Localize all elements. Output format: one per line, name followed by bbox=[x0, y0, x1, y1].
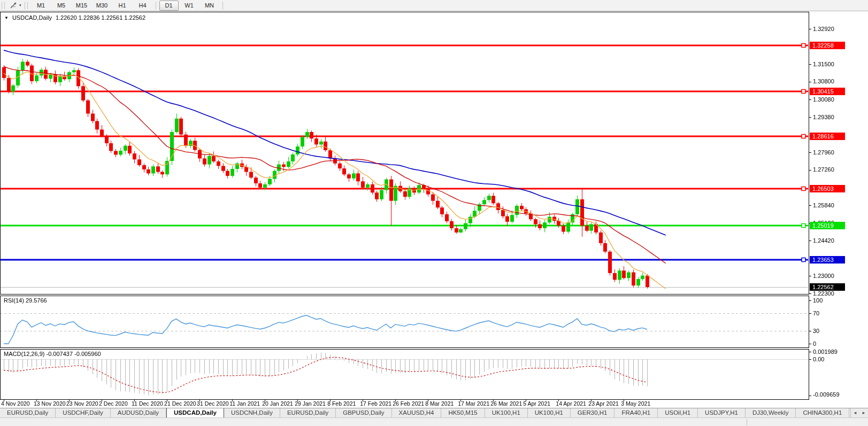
price-tick-label: 1.27960 bbox=[813, 149, 834, 156]
tab-scroll-left-button[interactable]: ◂ bbox=[851, 408, 859, 417]
timeframe-button-mn[interactable]: MN bbox=[200, 1, 219, 11]
price-level-label[interactable]: 1.23653 bbox=[810, 256, 845, 264]
toolbar-grip[interactable] bbox=[2, 2, 5, 9]
timeframe-button-d1[interactable]: D1 bbox=[159, 1, 179, 11]
chart-tab-bar: EURUSD,DailyUSDCHF,DailyAUDUSD,DailyUSDC… bbox=[0, 408, 868, 417]
date-tick-label: 29 Jan 2021 bbox=[295, 400, 326, 407]
chart-tab-uk100-h1[interactable]: UK100,H1 bbox=[485, 408, 528, 417]
chart-tab-eurusd-daily[interactable]: EURUSD,Daily bbox=[0, 408, 56, 417]
chart-tab-uk100-h1[interactable]: UK100,H1 bbox=[528, 408, 571, 417]
price-level-label[interactable]: 1.28616 bbox=[810, 133, 845, 140]
chart-tab-usdcad-daily[interactable]: USDCAD,Daily bbox=[166, 408, 224, 417]
chart-tab-china300-h1[interactable]: CHINA300,H1 bbox=[796, 408, 849, 417]
price-tick-label: 1.32920 bbox=[813, 26, 834, 33]
macd-scale-label: 0.001989 bbox=[813, 348, 838, 355]
timeframe-button-group: M1M5M15M30H1H4D1W1MN bbox=[31, 1, 220, 11]
chart-tab-strip: EURUSD,DailyUSDCHF,DailyAUDUSD,DailyUSDC… bbox=[0, 408, 850, 417]
price-tick-label: 1.22300 bbox=[813, 290, 834, 297]
date-tick-label: 8 Feb 2021 bbox=[327, 400, 356, 407]
toolbar: ▾ M1M5M15M30H1H4D1W1MN bbox=[0, 0, 868, 11]
timeframe-button-w1[interactable]: W1 bbox=[180, 1, 199, 11]
tab-scroll-arrows: ◂ ▸ bbox=[850, 408, 868, 417]
timeframe-button-m15[interactable]: M15 bbox=[72, 1, 91, 11]
macd-indicator-label: MACD(12,26,9) -0.007437 -0.005960 bbox=[4, 351, 101, 357]
date-tick-label: 13 Nov 2020 bbox=[34, 400, 66, 407]
rsi-scale-label: 70 bbox=[813, 310, 819, 316]
chart-tab-usdcnh-daily[interactable]: USDCNH,Daily bbox=[224, 408, 280, 417]
price-level-label[interactable]: 1.32258 bbox=[810, 42, 845, 49]
chart-window-title: ▼ USDCAD,Daily 1.22620 1.22836 1.22561 1… bbox=[4, 14, 145, 21]
chart-tab-gbpusd-daily[interactable]: GBPUSD,Daily bbox=[336, 408, 391, 417]
timeframe-button-h4[interactable]: H4 bbox=[133, 1, 152, 11]
chart-tab-fra40-h1[interactable]: FRA40,H1 bbox=[614, 408, 658, 417]
price-tick-label: 1.27260 bbox=[813, 166, 834, 173]
current-price-label: 1.22562 bbox=[810, 283, 845, 291]
chevron-down-icon: ▾ bbox=[19, 3, 21, 7]
cursor-tool-icon bbox=[10, 2, 18, 9]
macd-scale-label: -0.009659 bbox=[813, 391, 840, 398]
chart-tab-hk50-m15[interactable]: HK50,M15 bbox=[441, 408, 485, 417]
date-tick-label: 17 Feb 2021 bbox=[360, 400, 391, 407]
date-tick-label: 20 Jan 2021 bbox=[262, 400, 293, 407]
chart-tab-usdchf-daily[interactable]: USDCHF,Daily bbox=[56, 408, 110, 417]
date-tick-label: 31 Dec 2020 bbox=[197, 400, 229, 407]
chart-canvas[interactable] bbox=[0, 0, 868, 426]
chart-tab-eurusd-daily[interactable]: EURUSD,Daily bbox=[280, 408, 336, 417]
rsi-scale-label: 30 bbox=[813, 328, 819, 334]
price-tick-label: 1.30800 bbox=[813, 78, 834, 85]
date-tick-label: 4 Nov 2020 bbox=[1, 400, 30, 407]
date-tick-label: 3 May 2021 bbox=[621, 400, 650, 407]
date-tick-label: 26 Feb 2021 bbox=[393, 400, 424, 407]
toolbar-separator bbox=[222, 2, 223, 10]
timeframe-button-m30[interactable]: M30 bbox=[93, 1, 112, 11]
timeframe-button-m1[interactable]: M1 bbox=[32, 1, 51, 11]
rsi-scale-label: 0 bbox=[813, 340, 816, 347]
chart-tab-audusd-daily[interactable]: AUDUSD,Daily bbox=[111, 408, 166, 417]
price-tick-label: 1.23000 bbox=[813, 273, 834, 280]
collapse-indicator-icon[interactable]: ▼ bbox=[4, 16, 9, 20]
price-level-label[interactable]: 1.30415 bbox=[810, 88, 845, 95]
price-axis[interactable]: 1.329201.315001.308001.300801.293801.279… bbox=[809, 0, 868, 407]
chart-tab-usdjpy-h1[interactable]: USDJPY,H1 bbox=[698, 408, 746, 417]
macd-scale-label: 0.00 bbox=[813, 356, 824, 362]
chart-tab-dj30-weekly[interactable]: DJ30,Weekly bbox=[746, 408, 796, 417]
price-tick-label: 1.30080 bbox=[813, 96, 834, 103]
date-tick-label: 23 Apr 2021 bbox=[588, 400, 619, 407]
date-tick-label: 11 Jan 2021 bbox=[229, 400, 260, 407]
price-tick-label: 1.29380 bbox=[813, 114, 834, 121]
date-axis[interactable]: 4 Nov 202013 Nov 202023 Nov 20202 Dec 20… bbox=[0, 400, 809, 408]
cursor-tool-button[interactable]: ▾ bbox=[8, 1, 23, 10]
date-tick-label: 17 Mar 2021 bbox=[458, 400, 489, 407]
chart-tab-ger30-h1[interactable]: GER30,H1 bbox=[571, 408, 615, 417]
chart-symbol-label: USDCAD,Daily bbox=[12, 14, 52, 21]
timeframe-button-m5[interactable]: M5 bbox=[52, 1, 71, 11]
date-tick-label: 11 Dec 2020 bbox=[132, 400, 163, 407]
toolbar-separator bbox=[156, 2, 156, 10]
price-tick-label: 1.24420 bbox=[813, 237, 834, 244]
date-tick-label: 2 Dec 2020 bbox=[99, 400, 128, 407]
chart-ohlc-values: 1.22620 1.22836 1.22561 1.22562 bbox=[56, 14, 145, 21]
date-tick-label: 5 Apr 2021 bbox=[523, 400, 550, 407]
chart-tab-xauusd-h4[interactable]: XAUUSD,H4 bbox=[392, 408, 442, 417]
rsi-indicator-label: RSI(14) 29.5766 bbox=[4, 297, 47, 304]
rsi-scale-label: 100 bbox=[813, 297, 823, 304]
price-level-label[interactable]: 1.26503 bbox=[810, 185, 845, 192]
price-level-label[interactable]: 1.25019 bbox=[810, 222, 845, 229]
date-tick-label: 23 Nov 2020 bbox=[66, 400, 98, 407]
chart-tab-usoil-h1[interactable]: USOil,H1 bbox=[658, 408, 698, 417]
status-bar-divider bbox=[747, 419, 747, 425]
price-tick-label: 1.31500 bbox=[813, 61, 834, 68]
timeframe-button-h1[interactable]: H1 bbox=[113, 1, 132, 11]
price-tick-label: 1.25840 bbox=[813, 202, 834, 209]
status-bar bbox=[0, 417, 868, 426]
tab-scroll-right-button[interactable]: ▸ bbox=[859, 408, 868, 417]
date-tick-label: 26 Mar 2021 bbox=[490, 400, 522, 407]
date-tick-label: 14 Apr 2021 bbox=[556, 400, 586, 407]
toolbar-grip[interactable] bbox=[25, 2, 28, 9]
date-tick-label: 8 Mar 2021 bbox=[425, 400, 454, 407]
date-tick-label: 21 Dec 2020 bbox=[164, 400, 196, 407]
